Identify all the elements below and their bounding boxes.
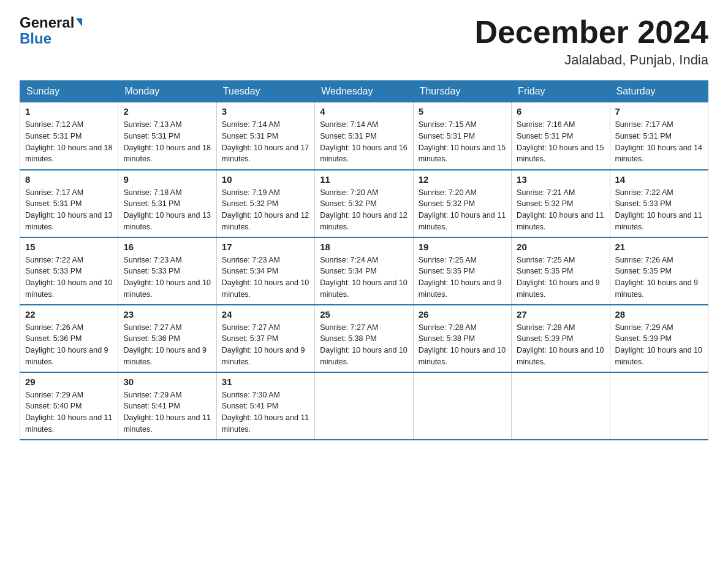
day-number: 24 [222, 309, 309, 320]
day-number: 10 [222, 174, 309, 185]
day-info: Sunrise: 7:26 AMSunset: 5:36 PMDaylight:… [25, 323, 108, 366]
day-number: 12 [419, 174, 506, 185]
day-number: 16 [123, 242, 211, 252]
day-cell-11: 11Sunrise: 7:20 AMSunset: 5:32 PMDayligh… [315, 170, 413, 237]
day-number: 29 [25, 377, 113, 387]
day-cell-24: 24Sunrise: 7:27 AMSunset: 5:37 PMDayligh… [216, 305, 314, 372]
day-info: Sunrise: 7:17 AMSunset: 5:31 PMDaylight:… [25, 188, 112, 231]
day-number: 6 [517, 106, 604, 117]
day-info: Sunrise: 7:21 AMSunset: 5:32 PMDaylight:… [517, 188, 604, 231]
day-cell-3: 3Sunrise: 7:14 AMSunset: 5:31 PMDaylight… [216, 102, 314, 170]
day-info: Sunrise: 7:27 AMSunset: 5:37 PMDaylight:… [222, 323, 305, 366]
day-info: Sunrise: 7:13 AMSunset: 5:31 PMDaylight:… [123, 120, 210, 163]
day-number: 17 [222, 242, 309, 252]
day-cell-10: 10Sunrise: 7:19 AMSunset: 5:32 PMDayligh… [216, 170, 314, 237]
header-day-thursday: Thursday [413, 81, 511, 102]
day-info: Sunrise: 7:29 AMSunset: 5:40 PMDaylight:… [25, 391, 112, 434]
day-number: 18 [320, 242, 408, 252]
day-cell-21: 21Sunrise: 7:26 AMSunset: 5:35 PMDayligh… [610, 237, 708, 305]
day-number: 4 [320, 106, 408, 117]
day-cell-6: 6Sunrise: 7:16 AMSunset: 5:31 PMDaylight… [512, 102, 610, 170]
day-cell-8: 8Sunrise: 7:17 AMSunset: 5:31 PMDaylight… [20, 170, 118, 237]
day-info: Sunrise: 7:14 AMSunset: 5:31 PMDaylight:… [320, 120, 407, 163]
logo-general-text: General [20, 15, 82, 31]
day-number: 30 [123, 377, 211, 387]
day-number: 3 [222, 106, 309, 117]
day-info: Sunrise: 7:29 AMSunset: 5:41 PMDaylight:… [123, 391, 210, 434]
day-cell-26: 26Sunrise: 7:28 AMSunset: 5:38 PMDayligh… [413, 305, 511, 372]
week-row-2: 8Sunrise: 7:17 AMSunset: 5:31 PMDaylight… [20, 170, 708, 237]
day-number: 22 [25, 309, 113, 320]
day-info: Sunrise: 7:29 AMSunset: 5:39 PMDaylight:… [615, 323, 702, 366]
day-number: 7 [615, 106, 703, 117]
day-info: Sunrise: 7:27 AMSunset: 5:36 PMDaylight:… [123, 323, 207, 366]
day-cell-13: 13Sunrise: 7:21 AMSunset: 5:32 PMDayligh… [512, 170, 610, 237]
header-day-saturday: Saturday [610, 81, 708, 102]
day-cell-5: 5Sunrise: 7:15 AMSunset: 5:31 PMDaylight… [413, 102, 511, 170]
empty-cell [610, 372, 708, 440]
day-cell-4: 4Sunrise: 7:14 AMSunset: 5:31 PMDaylight… [315, 102, 413, 170]
calendar-table: SundayMondayTuesdayWednesdayThursdayFrid… [20, 80, 708, 440]
day-info: Sunrise: 7:25 AMSunset: 5:35 PMDaylight:… [419, 256, 502, 299]
day-info: Sunrise: 7:30 AMSunset: 5:41 PMDaylight:… [222, 391, 309, 434]
day-cell-23: 23Sunrise: 7:27 AMSunset: 5:36 PMDayligh… [118, 305, 216, 372]
day-number: 21 [615, 242, 703, 252]
day-number: 19 [419, 242, 506, 252]
logo-blue-text: Blue [20, 31, 51, 47]
week-row-1: 1Sunrise: 7:12 AMSunset: 5:31 PMDaylight… [20, 102, 708, 170]
day-cell-12: 12Sunrise: 7:20 AMSunset: 5:32 PMDayligh… [413, 170, 511, 237]
week-row-4: 22Sunrise: 7:26 AMSunset: 5:36 PMDayligh… [20, 305, 708, 372]
header-day-friday: Friday [512, 81, 610, 102]
day-number: 25 [320, 309, 408, 320]
day-number: 8 [25, 174, 113, 185]
month-title: December 2024 [474, 15, 708, 50]
day-cell-30: 30Sunrise: 7:29 AMSunset: 5:41 PMDayligh… [118, 372, 216, 440]
title-area: December 2024 Jalalabad, Punjab, India [474, 15, 708, 68]
day-info: Sunrise: 7:25 AMSunset: 5:35 PMDaylight:… [517, 256, 600, 299]
day-cell-17: 17Sunrise: 7:23 AMSunset: 5:34 PMDayligh… [216, 237, 314, 305]
day-info: Sunrise: 7:17 AMSunset: 5:31 PMDaylight:… [615, 120, 702, 163]
week-row-3: 15Sunrise: 7:22 AMSunset: 5:33 PMDayligh… [20, 237, 708, 305]
day-info: Sunrise: 7:19 AMSunset: 5:32 PMDaylight:… [222, 188, 309, 231]
day-cell-9: 9Sunrise: 7:18 AMSunset: 5:31 PMDaylight… [118, 170, 216, 237]
day-number: 13 [517, 174, 604, 185]
day-info: Sunrise: 7:28 AMSunset: 5:38 PMDaylight:… [419, 323, 506, 366]
day-info: Sunrise: 7:14 AMSunset: 5:31 PMDaylight:… [222, 120, 309, 163]
day-cell-7: 7Sunrise: 7:17 AMSunset: 5:31 PMDaylight… [610, 102, 708, 170]
day-cell-2: 2Sunrise: 7:13 AMSunset: 5:31 PMDaylight… [118, 102, 216, 170]
day-info: Sunrise: 7:16 AMSunset: 5:31 PMDaylight:… [517, 120, 604, 163]
day-number: 23 [123, 309, 211, 320]
day-info: Sunrise: 7:22 AMSunset: 5:33 PMDaylight:… [25, 256, 112, 299]
day-info: Sunrise: 7:15 AMSunset: 5:31 PMDaylight:… [419, 120, 506, 163]
empty-cell [512, 372, 610, 440]
day-number: 1 [25, 106, 113, 117]
day-info: Sunrise: 7:24 AMSunset: 5:34 PMDaylight:… [320, 256, 407, 299]
logo-triangle-icon [76, 18, 82, 26]
day-cell-29: 29Sunrise: 7:29 AMSunset: 5:40 PMDayligh… [20, 372, 118, 440]
header-day-tuesday: Tuesday [216, 81, 314, 102]
day-cell-16: 16Sunrise: 7:23 AMSunset: 5:33 PMDayligh… [118, 237, 216, 305]
day-info: Sunrise: 7:20 AMSunset: 5:32 PMDaylight:… [320, 188, 407, 231]
header-day-sunday: Sunday [20, 81, 118, 102]
day-number: 9 [123, 174, 211, 185]
day-cell-22: 22Sunrise: 7:26 AMSunset: 5:36 PMDayligh… [20, 305, 118, 372]
day-cell-19: 19Sunrise: 7:25 AMSunset: 5:35 PMDayligh… [413, 237, 511, 305]
day-number: 2 [123, 106, 211, 117]
day-info: Sunrise: 7:20 AMSunset: 5:32 PMDaylight:… [419, 188, 506, 231]
day-info: Sunrise: 7:18 AMSunset: 5:31 PMDaylight:… [123, 188, 210, 231]
logo: General Blue [20, 15, 82, 47]
day-cell-18: 18Sunrise: 7:24 AMSunset: 5:34 PMDayligh… [315, 237, 413, 305]
day-number: 31 [222, 377, 309, 387]
day-cell-20: 20Sunrise: 7:25 AMSunset: 5:35 PMDayligh… [512, 237, 610, 305]
day-info: Sunrise: 7:28 AMSunset: 5:39 PMDaylight:… [517, 323, 604, 366]
header-row: SundayMondayTuesdayWednesdayThursdayFrid… [20, 81, 708, 102]
day-number: 5 [419, 106, 506, 117]
day-cell-27: 27Sunrise: 7:28 AMSunset: 5:39 PMDayligh… [512, 305, 610, 372]
day-cell-1: 1Sunrise: 7:12 AMSunset: 5:31 PMDaylight… [20, 102, 118, 170]
empty-cell [413, 372, 511, 440]
day-info: Sunrise: 7:12 AMSunset: 5:31 PMDaylight:… [25, 120, 112, 163]
day-cell-15: 15Sunrise: 7:22 AMSunset: 5:33 PMDayligh… [20, 237, 118, 305]
day-number: 28 [615, 309, 703, 320]
empty-cell [315, 372, 413, 440]
header-day-monday: Monday [118, 81, 216, 102]
